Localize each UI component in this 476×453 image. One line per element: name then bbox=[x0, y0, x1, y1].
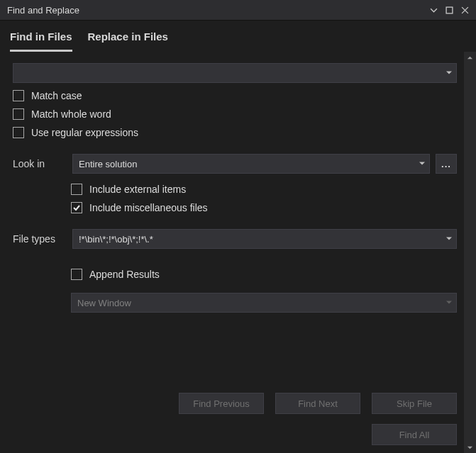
maximize-icon[interactable] bbox=[442, 3, 456, 17]
search-term-input[interactable] bbox=[13, 63, 457, 83]
window-title: Find and Replace bbox=[7, 5, 425, 16]
scroll-up-icon[interactable] bbox=[464, 52, 476, 64]
match-whole-word-label: Match whole word bbox=[31, 108, 111, 120]
file-types-input[interactable] bbox=[72, 229, 457, 249]
content-area: Match case Match whole word Use regular … bbox=[0, 52, 464, 453]
look-in-combo[interactable] bbox=[72, 154, 430, 174]
tab-find-in-files[interactable]: Find in Files bbox=[10, 30, 72, 52]
append-results-label: Append Results bbox=[89, 269, 160, 280]
skip-file-button[interactable]: Skip File bbox=[372, 393, 457, 414]
dropdown-icon[interactable] bbox=[426, 3, 441, 17]
look-in-input[interactable] bbox=[72, 154, 430, 174]
use-regex-label: Use regular expressions bbox=[31, 127, 138, 138]
append-results-checkbox[interactable] bbox=[71, 269, 82, 280]
tab-bar: Find in Files Replace in Files bbox=[0, 20, 476, 52]
find-all-button[interactable]: Find All bbox=[372, 424, 457, 445]
vertical-scrollbar[interactable] bbox=[464, 52, 476, 453]
find-next-button[interactable]: Find Next bbox=[275, 393, 360, 414]
file-types-label: File types bbox=[13, 233, 67, 245]
look-in-label: Look in bbox=[13, 158, 67, 169]
include-misc-label: Include miscellaneous files bbox=[89, 202, 208, 213]
match-whole-word-checkbox[interactable] bbox=[13, 108, 24, 120]
tab-replace-in-files[interactable]: Replace in Files bbox=[88, 30, 168, 52]
use-regex-checkbox[interactable] bbox=[13, 127, 24, 138]
search-term-combo[interactable] bbox=[13, 63, 457, 83]
find-previous-button[interactable]: Find Previous bbox=[179, 393, 264, 414]
include-external-checkbox[interactable] bbox=[71, 184, 82, 195]
match-case-checkbox[interactable] bbox=[13, 90, 24, 101]
include-external-label: Include external items bbox=[89, 184, 186, 195]
scroll-down-icon[interactable] bbox=[464, 442, 476, 453]
results-window-combo[interactable] bbox=[71, 293, 457, 313]
include-misc-checkbox[interactable] bbox=[71, 202, 82, 213]
close-icon[interactable] bbox=[458, 3, 472, 17]
file-types-combo[interactable] bbox=[72, 229, 457, 249]
svg-rect-0 bbox=[446, 7, 453, 13]
title-bar: Find and Replace bbox=[0, 0, 476, 20]
browse-button[interactable]: ... bbox=[436, 154, 457, 174]
results-window-input bbox=[71, 293, 457, 313]
match-case-label: Match case bbox=[31, 90, 82, 101]
